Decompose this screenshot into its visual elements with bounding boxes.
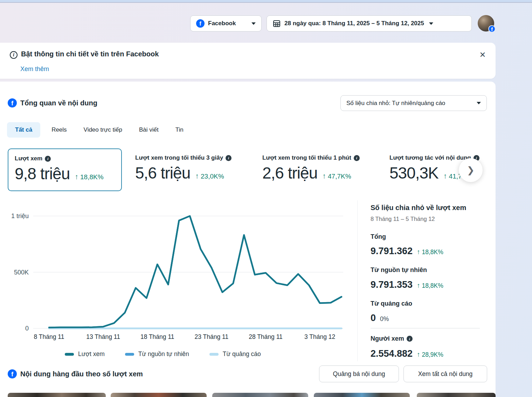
metric-value: 5,6 triệu: [135, 163, 190, 182]
metric-label: Lượt xem trong tối thiểu 3 giây: [135, 154, 223, 161]
metric-change: ↑ 18,8K%: [75, 173, 103, 181]
see-more-link[interactable]: Xem thêm: [20, 65, 49, 73]
chevron-down-icon: [429, 22, 433, 25]
viewers-label: Người xemi: [371, 335, 413, 342]
svg-text:28 Tháng 11: 28 Tháng 11: [249, 333, 283, 340]
viewers-value: 2.554.882 ↑ 28,9K%: [371, 348, 443, 359]
tab-live-video[interactable]: Video trực tiếp: [84, 122, 122, 138]
date-range-button[interactable]: 28 ngày qua: 8 Tháng 11, 2025 – 5 Tháng …: [267, 15, 472, 32]
next-metrics-button[interactable]: ❯: [459, 158, 483, 182]
content-thumbnail[interactable]: [8, 393, 106, 397]
svg-text:3 Tháng 12: 3 Tháng 12: [304, 333, 335, 340]
metric-label: Lượt tương tác với nội dung: [389, 154, 471, 161]
breakdown-dropdown-label: Số liệu chia nhỏ: Tự nhiên/quảng cáo: [346, 100, 445, 107]
tab-reels[interactable]: Reels: [51, 122, 67, 138]
breakdown-row-total-label: Tổng: [371, 233, 386, 241]
svg-text:0: 0: [25, 325, 29, 332]
breakdown-row-organic-label: Từ nguồn tự nhiên: [371, 266, 427, 274]
metric-value: 9,8 triệu: [15, 164, 70, 183]
panel-rule: [371, 328, 480, 328]
calendar-icon: [272, 19, 281, 28]
promote-content-button[interactable]: Quảng bá nội dung: [319, 365, 399, 382]
content-thumbnail[interactable]: [111, 393, 207, 397]
content-thumbnail[interactable]: [417, 393, 496, 397]
tab-posts[interactable]: Bài viết: [139, 122, 159, 138]
platform-selector-button[interactable]: f Facebook: [190, 15, 262, 32]
facebook-badge-icon: f: [488, 25, 496, 33]
facebook-logo-icon: f: [8, 98, 17, 107]
see-all-content-button[interactable]: Xem tất cả nội dung: [403, 365, 487, 382]
info-icon: i: [45, 156, 51, 162]
legend-item-ads: Từ quảng cáo: [209, 350, 261, 358]
content-thumbnail[interactable]: [314, 393, 410, 397]
chevron-down-icon: [477, 102, 481, 104]
section-title: Tổng quan về nội dung: [20, 99, 97, 107]
svg-text:500K: 500K: [14, 269, 29, 276]
date-range-label: 28 ngày qua: 8 Tháng 11, 2025 – 5 Tháng …: [284, 20, 424, 27]
panel-divider: [357, 200, 358, 361]
breakdown-row-total-value: 9.791.362 ↑ 18,8K%: [371, 246, 443, 257]
metric-value: 2,6 triệu: [262, 163, 317, 182]
chevron-right-icon: ❯: [467, 165, 475, 176]
svg-text:1 triệu: 1 triệu: [11, 213, 29, 220]
breakdown-panel-title: Số liệu chia nhỏ về lượt xem: [371, 204, 466, 212]
metric-value: 530,3K: [389, 163, 438, 182]
metric-change: ↑ 23,0K%: [195, 172, 224, 180]
close-icon[interactable]: ✕: [478, 50, 488, 60]
chevron-down-icon: [251, 22, 256, 25]
info-icon: i: [226, 155, 232, 161]
metric-label: Lượt xem trong tối thiểu 1 phút: [262, 154, 351, 161]
avatar[interactable]: f: [478, 15, 494, 32]
metrics-breakdown-dropdown[interactable]: Số liệu chia nhỏ: Tự nhiên/quảng cáo: [340, 95, 487, 111]
info-icon: i: [407, 336, 413, 342]
tab-stories[interactable]: Tin: [175, 122, 184, 138]
banner-title: Bật thông tin chi tiết về tin trên Faceb…: [21, 50, 159, 58]
chart-legend: Lượt xem Từ nguồn tự nhiên Từ quảng cáo: [65, 350, 261, 358]
content-thumbnail[interactable]: [212, 393, 308, 397]
ads-swatch-icon: [209, 353, 219, 356]
metric-card-1min-views[interactable]: Lượt xem trong tối thiểu 1 phúti 2,6 tri…: [256, 148, 377, 191]
views-swatch-icon: [65, 353, 74, 356]
top-window-strip: [0, 0, 532, 3]
legend-item-organic: Từ nguồn tự nhiên: [125, 350, 189, 358]
metric-change: ↑ 47,7K%: [322, 172, 351, 180]
svg-text:23 Tháng 11: 23 Tháng 11: [195, 333, 229, 340]
legend-item-views: Lượt xem: [65, 350, 105, 358]
views-line-chart: 0500K1 triệu8 Tháng 1113 Tháng 1118 Thán…: [0, 202, 357, 351]
facebook-logo-icon: f: [8, 369, 17, 378]
metric-card-3s-views[interactable]: Lượt xem trong tối thiểu 3 giâyi 5,6 tri…: [129, 148, 250, 191]
info-icon: i: [354, 155, 360, 161]
svg-text:18 Tháng 11: 18 Tháng 11: [140, 333, 174, 340]
info-icon: i: [10, 51, 18, 59]
svg-text:8 Tháng 11: 8 Tháng 11: [34, 333, 64, 340]
svg-text:13 Tháng 11: 13 Tháng 11: [86, 333, 120, 340]
breakdown-row-organic-value: 9.791.353 ↑ 18,8K%: [371, 279, 443, 290]
insights-banner: [0, 43, 496, 79]
tab-all[interactable]: Tất cả: [7, 122, 40, 138]
breakdown-panel-subtitle: 8 Tháng 11 – 5 Tháng 12: [371, 216, 435, 222]
facebook-logo-icon: f: [196, 19, 205, 28]
breakdown-row-ads-label: Từ quảng cáo: [371, 300, 412, 307]
metric-card-views[interactable]: Lượt xemi 9,8 triệu ↑ 18,8K%: [8, 148, 122, 191]
platform-selector-label: Facebook: [208, 20, 236, 27]
organic-swatch-icon: [125, 353, 134, 356]
metric-label: Lượt xem: [15, 155, 42, 162]
breakdown-row-ads-value: 0 0%: [371, 313, 389, 323]
top-content-title: Nội dung hàng đầu theo số lượt xem: [20, 370, 143, 378]
content-type-tabs: Tất cả Reels Video trực tiếp Bài viết Ti…: [7, 122, 200, 138]
